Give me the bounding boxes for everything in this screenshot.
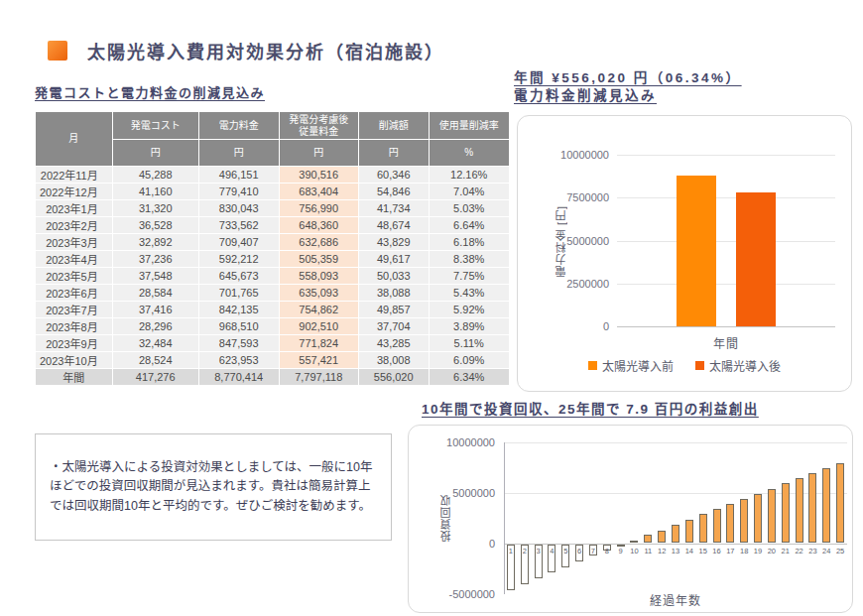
- table-cell: 5.92%: [429, 302, 509, 318]
- bar-before: [677, 176, 716, 326]
- table-cell: 842,135: [198, 302, 279, 318]
- x-tick-label: 1: [509, 547, 513, 555]
- unit-header: 円: [198, 140, 279, 167]
- x-tick-label: 10: [630, 547, 638, 555]
- payback-bar-year-14: [685, 520, 693, 543]
- y-axis-line: [504, 442, 505, 594]
- payback-bar-year-20: [768, 489, 776, 543]
- table-header-row: 月発電コスト電力料金発電分考慮後 従量料金削減額使用量削減率: [36, 112, 510, 140]
- page-title: 太陽光導入費用対効果分析（宿泊施設）: [87, 38, 444, 63]
- x-tick-label: 11: [644, 547, 652, 555]
- total-cell: 7,797,118: [279, 369, 358, 386]
- table-cell: 45,288: [112, 167, 198, 184]
- x-tick-label: 15: [699, 547, 707, 555]
- col-header: 使用量削減率: [429, 112, 509, 140]
- table-row: 2023年4月37,236592,212505,35949,6178.38%: [36, 251, 510, 268]
- bar-after: [736, 192, 776, 326]
- gridline: [617, 197, 835, 198]
- payback-bar-year-24: [822, 468, 830, 543]
- x-tick-label: 9: [619, 547, 623, 555]
- table-cell: 558,093: [279, 268, 358, 285]
- table-row: 2023年2月36,528733,562648,36048,6746.64%: [36, 217, 510, 234]
- table-row: 2022年12月41,160779,410683,40454,8467.04%: [36, 184, 510, 200]
- payback-bar-year-11: [644, 535, 652, 543]
- table-cell: 709,407: [198, 234, 279, 251]
- table-cell: 36,528: [112, 217, 198, 234]
- x-tick-label: 14: [685, 547, 693, 555]
- col-header-month: 月: [36, 112, 113, 167]
- cost-reduction-table: 月発電コスト電力料金発電分考慮後 従量料金削減額使用量削減率円円円円% 2022…: [35, 111, 510, 386]
- x-tick-label: 8: [605, 547, 609, 555]
- table-cell: 701,765: [198, 285, 279, 302]
- table-cell: 28,584: [112, 285, 198, 302]
- col-header: 発電コスト: [112, 112, 198, 140]
- x-tick-label: 20: [768, 547, 776, 555]
- legend-label: 太陽光導入後: [709, 357, 781, 374]
- orange-square-bullet-icon: [48, 41, 67, 61]
- x-tick-label: 16: [712, 547, 720, 555]
- table-cell: 32,892: [112, 234, 198, 251]
- x-tick-label: 25: [836, 547, 844, 555]
- table-cell: 28,524: [112, 352, 198, 369]
- note-text: ・太陽光導入による投資対効果としましては、一般に10年ほどでの投資回収期間が見込…: [36, 448, 391, 526]
- payback-bar-year-15: [699, 514, 707, 543]
- table-row: 2023年3月32,892709,407632,68643,8296.18%: [36, 234, 510, 251]
- legend-label: 太陽光導入前: [602, 357, 674, 374]
- payback-bar-chart: -500000005000000100000001234567891011121…: [408, 425, 853, 613]
- table-cell: 648,360: [279, 217, 358, 234]
- table-cell: 49,857: [358, 302, 429, 318]
- title-row: 太陽光導入費用対効果分析（宿泊施設）: [48, 38, 444, 63]
- x-tick-label: 6: [577, 547, 581, 555]
- table-cell: 12.16%: [429, 167, 509, 184]
- table-cell: 37,416: [112, 302, 198, 318]
- table-cell: 756,990: [279, 200, 358, 217]
- total-cell: 6.34%: [429, 369, 509, 386]
- unit-header: 円: [112, 140, 198, 167]
- x-tick-label: 22: [795, 547, 802, 555]
- table-cell: 32,484: [112, 335, 198, 352]
- total-cell: 8,770,414: [198, 369, 279, 386]
- table-cell: 41,160: [112, 184, 198, 200]
- total-cell: 417,276: [112, 369, 198, 386]
- gridline: [617, 326, 835, 327]
- annual-bar-chart: 025000005000000750000010000000電力料金 [円]年間…: [517, 115, 852, 392]
- x-tick-label: 19: [754, 547, 762, 555]
- table-cell: 48,674: [358, 217, 429, 234]
- table-cell: 390,516: [279, 167, 358, 184]
- table-cell: 968,510: [198, 318, 279, 335]
- table-cell: 43,829: [358, 234, 429, 251]
- table-cell: 37,704: [358, 318, 429, 335]
- table-cell: 28,296: [112, 318, 198, 335]
- table-cell: 6.18%: [429, 234, 509, 251]
- table-row: 2023年9月32,484847,593771,82443,2855.11%: [36, 335, 510, 352]
- col-header: 発電分考慮後 従量料金: [279, 112, 358, 140]
- gridline: [617, 241, 835, 242]
- legend-swatch-icon: [588, 361, 597, 370]
- legend-swatch-icon: [695, 361, 704, 370]
- table-cell: 41,734: [358, 200, 429, 217]
- table-row: 2022年11月45,288496,151390,51660,34612.16%: [36, 167, 510, 184]
- table-cell: 31,320: [112, 200, 198, 217]
- table-cell: 37,548: [112, 268, 198, 285]
- table-cell: 7.75%: [429, 268, 509, 285]
- unit-header: 円: [358, 140, 429, 167]
- x-tick-label: 3: [537, 547, 541, 555]
- table-cell: 632,686: [279, 234, 358, 251]
- x-tick-label: 24: [822, 547, 830, 555]
- table-cell: 505,359: [279, 251, 358, 268]
- table-section-heading: 発電コストと電力料金の削減見込み: [35, 82, 265, 101]
- gridline: [504, 442, 847, 443]
- table-row: 2023年10月28,524623,953557,42138,0086.09%: [36, 352, 510, 369]
- table-row: 2023年1月31,320830,043756,99041,7345.03%: [36, 200, 510, 217]
- report-page: 太陽光導入費用対効果分析（宿泊施設） 発電コストと電力料金の削減見込み 月発電コ…: [0, 0, 863, 616]
- cell-month: 2023年7月: [36, 302, 113, 318]
- payback-bar-year-17: [726, 504, 734, 543]
- table-cell: 754,862: [279, 302, 358, 318]
- cell-month-total: 年間: [36, 369, 113, 386]
- table-row: 2023年5月37,548645,673558,09350,0337.75%: [36, 268, 510, 285]
- table-cell: 6.64%: [429, 217, 509, 234]
- gridline: [617, 284, 835, 285]
- table-cell: 5.03%: [429, 200, 509, 217]
- table-cell: 645,673: [198, 268, 279, 285]
- table-cell: 496,151: [198, 167, 279, 184]
